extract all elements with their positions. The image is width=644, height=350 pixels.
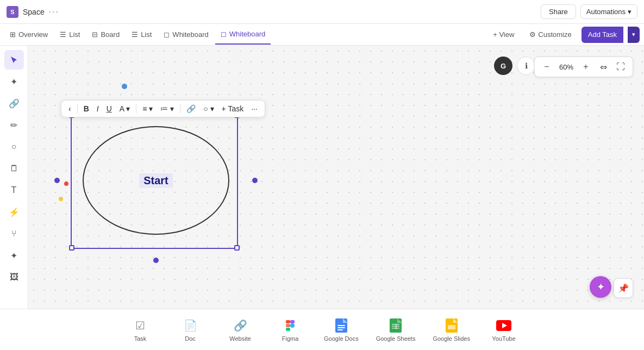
header: S Space ··· Share Automations ▾ xyxy=(0,0,644,24)
tab-list-1[interactable]: ☰ List xyxy=(54,25,85,45)
more-options-button[interactable]: ··· xyxy=(49,7,59,17)
graph-tool[interactable]: ⑂ xyxy=(4,224,24,243)
tab-whiteboard-2[interactable]: ◻ Whiteboard xyxy=(215,25,271,45)
link-tool[interactable]: 🔗 xyxy=(4,93,24,113)
dock-item-task[interactable]: ☑ Task xyxy=(124,318,157,342)
task-icon: ☑ xyxy=(133,318,148,333)
dock-item-figma[interactable]: Figma xyxy=(274,318,307,342)
italic-button[interactable]: I xyxy=(94,103,102,115)
list2-icon: ☰ xyxy=(132,30,138,39)
zoom-out-button[interactable]: − xyxy=(539,59,554,74)
dock-item-googlesheets[interactable]: Google Sheets xyxy=(376,318,416,342)
tab-list-2[interactable]: ☰ List xyxy=(126,25,157,45)
user-avatar: G xyxy=(494,57,512,75)
shape-wrapper: Start xyxy=(83,126,229,235)
dock-item-googledocs[interactable]: Google Docs xyxy=(324,318,359,342)
bottom-dock: ☑ Task 📄 Doc 🔗 Website Figma xyxy=(0,309,644,350)
share-button[interactable]: Share xyxy=(541,4,576,19)
toolbar-more-right[interactable]: ··· xyxy=(248,103,260,115)
handle-bl[interactable] xyxy=(69,245,74,251)
list-icon: ☰ xyxy=(60,30,66,39)
svg-rect-8 xyxy=(337,327,345,328)
separator-2 xyxy=(136,104,136,114)
image-tool[interactable]: 🖼 xyxy=(4,267,24,287)
svg-rect-9 xyxy=(337,329,343,330)
tab-whiteboard-1[interactable]: ◻ Whiteboard xyxy=(158,25,214,45)
overview-icon: ⊞ xyxy=(10,30,16,39)
handle-br[interactable] xyxy=(234,245,240,251)
space-name: Space xyxy=(23,8,45,16)
googledocs-icon xyxy=(334,318,349,333)
handle-dot-left[interactable] xyxy=(54,178,60,183)
tab-board[interactable]: ⊟ Board xyxy=(86,25,125,45)
pin-button[interactable]: 📌 xyxy=(614,278,633,298)
dock-item-website[interactable]: 🔗 Website xyxy=(224,318,257,342)
zoom-in-button[interactable]: + xyxy=(578,59,593,74)
magic-button[interactable]: ✦ xyxy=(590,276,611,298)
svg-rect-2 xyxy=(286,328,290,331)
ai-magic-tool[interactable]: ✦ xyxy=(4,246,24,265)
main-area: ✦ 🔗 ✏ ○ 🗒 T ⚡ ⑂ ✦ 🖼 G ℹ − 60% + ⇔ ⛶ ‹ B … xyxy=(0,46,644,309)
fit-width-button[interactable]: ⇔ xyxy=(596,59,611,74)
red-dot xyxy=(64,182,68,186)
list-button[interactable]: ≔ ▾ xyxy=(158,103,177,115)
dock-item-googleslides[interactable]: Google Slides xyxy=(433,318,470,342)
oval-shape[interactable]: Start xyxy=(83,126,229,235)
info-button[interactable]: ℹ xyxy=(517,57,535,75)
svg-rect-7 xyxy=(337,325,345,326)
add-task-chevron-button[interactable]: ▾ xyxy=(628,27,640,43)
header-right: Share Automations ▾ xyxy=(541,4,637,19)
shape-button[interactable]: ○ ▾ xyxy=(201,103,216,115)
canvas-area[interactable]: G ℹ − 60% + ⇔ ⛶ ‹ B I U A ▾ ≡ ▾ ≔ ▾ 🔗 ○ … xyxy=(28,46,644,309)
space-icon: S xyxy=(7,6,18,18)
canvas-avatar-controls: G ℹ xyxy=(494,57,535,75)
whiteboard2-icon: ◻ xyxy=(221,30,227,38)
nav-tabs: ⊞ Overview ☰ List ⊟ Board ☰ List ◻ White… xyxy=(0,24,644,46)
sidebar-tools: ✦ 🔗 ✏ ○ 🗒 T ⚡ ⑂ ✦ 🖼 xyxy=(0,46,28,309)
dock-label-website: Website xyxy=(229,335,251,342)
text-tool[interactable]: T xyxy=(4,180,24,200)
font-size-button[interactable]: A ▾ xyxy=(117,103,133,115)
svg-rect-15 xyxy=(396,324,397,329)
customize-button[interactable]: ⚙ Customize xyxy=(524,27,577,43)
pen-tool[interactable]: ✏ xyxy=(4,115,24,135)
nav-right: + View ⚙ Customize Add Task ▾ xyxy=(487,27,640,43)
handle-dot-bottom[interactable] xyxy=(153,258,159,263)
toolbar-more-left[interactable]: ‹ xyxy=(66,103,74,115)
figma-icon xyxy=(283,318,298,333)
svg-rect-1 xyxy=(286,324,290,327)
chevron-down-icon: ▾ xyxy=(628,8,632,16)
link-button[interactable]: 🔗 xyxy=(184,103,198,115)
svg-rect-0 xyxy=(286,320,290,323)
dock-item-doc[interactable]: 📄 Doc xyxy=(174,318,207,342)
circle-tool[interactable]: ○ xyxy=(4,137,24,157)
automations-button[interactable]: Automations ▾ xyxy=(580,4,637,19)
canvas-toolbar: ‹ B I U A ▾ ≡ ▾ ≔ ▾ 🔗 ○ ▾ + Task ··· xyxy=(61,100,265,117)
dock-item-youtube[interactable]: YouTube xyxy=(487,318,520,342)
align-button[interactable]: ≡ ▾ xyxy=(140,103,155,115)
underline-button[interactable]: U xyxy=(104,103,115,115)
tab-overview[interactable]: ⊞ Overview xyxy=(4,25,53,45)
select-tool[interactable] xyxy=(4,50,24,70)
youtube-icon xyxy=(496,318,511,333)
dock-label-googleslides: Google Slides xyxy=(433,335,470,342)
separator-3 xyxy=(180,104,180,114)
dock-label-figma: Figma xyxy=(282,335,299,342)
blue-dot-top xyxy=(122,84,127,89)
add-view-button[interactable]: + View xyxy=(487,27,520,43)
fullscreen-button[interactable]: ⛶ xyxy=(613,59,628,74)
ai-tool[interactable]: ✦ xyxy=(4,72,24,91)
draw-tool[interactable]: ⚡ xyxy=(4,202,24,222)
shape-text: Start xyxy=(139,173,173,188)
bold-button[interactable]: B xyxy=(81,103,92,115)
dock-label-task: Task xyxy=(134,335,147,342)
svg-rect-3 xyxy=(290,320,295,323)
add-task-toolbar-button[interactable]: + Task xyxy=(219,103,247,115)
handle-dot-right[interactable] xyxy=(252,178,258,183)
note-tool[interactable]: 🗒 xyxy=(4,159,24,178)
dock-label-doc: Doc xyxy=(185,335,196,342)
dock-label-googledocs: Google Docs xyxy=(324,335,359,342)
zoom-controls: − 60% + ⇔ ⛶ xyxy=(534,57,633,77)
website-icon: 🔗 xyxy=(233,318,248,333)
add-task-button[interactable]: Add Task xyxy=(582,27,623,43)
